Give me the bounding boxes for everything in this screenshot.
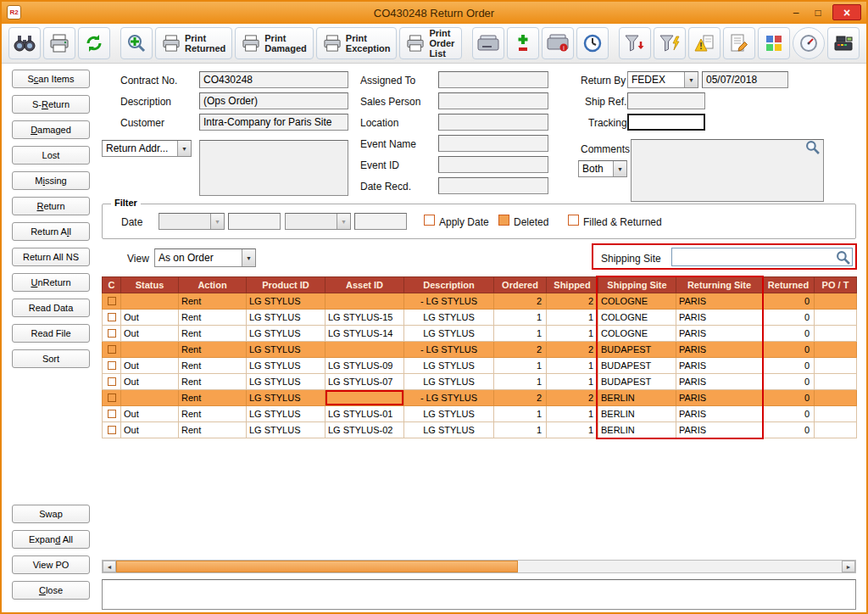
row-checkbox[interactable] — [108, 394, 116, 402]
chevron-down-icon[interactable]: ▼ — [613, 161, 626, 176]
cell-product-id[interactable]: LG STYLUS — [247, 293, 326, 310]
print-order-list-button[interactable]: PrintOrder List — [399, 27, 462, 59]
column-header-shipped[interactable]: Shipped — [547, 277, 598, 293]
cell-description[interactable]: - LG STYLUS — [404, 390, 494, 406]
cell-returning-site[interactable]: PARIS — [676, 374, 763, 390]
cell-c[interactable] — [103, 342, 121, 358]
cell-ordered[interactable]: 1 — [494, 310, 547, 326]
cell-po-t[interactable] — [815, 310, 857, 326]
sidebar-button-unreturn[interactable]: UnReturn — [12, 273, 90, 292]
sidebar-button-damaged[interactable]: Damaged — [12, 120, 90, 139]
filter-date-from-field[interactable] — [228, 213, 281, 230]
cell-shipping-site[interactable]: BERLIN — [598, 406, 676, 422]
sidebar-button-view-po[interactable]: View PO — [12, 555, 90, 574]
cell-action[interactable]: Rent — [179, 358, 247, 374]
cell-ordered[interactable]: 1 — [494, 374, 547, 390]
filter-flash-button[interactable] — [654, 27, 686, 59]
cell-product-id[interactable]: LG STYLUS — [247, 390, 326, 406]
cell-returned[interactable]: 0 — [763, 422, 815, 438]
cell-asset-id[interactable]: LG STYLUS-15 — [326, 310, 404, 326]
sidebar-button-sort[interactable]: Sort — [12, 349, 90, 368]
cell-ordered[interactable]: 1 — [494, 326, 547, 342]
contract-no-field[interactable]: CO430248 — [199, 71, 348, 88]
notes-button[interactable] — [723, 27, 755, 59]
cell-shipping-site[interactable]: COLOGNE — [598, 293, 676, 310]
row-checkbox[interactable] — [108, 297, 116, 305]
cell-ordered[interactable]: 2 — [494, 390, 547, 406]
cell-po-t[interactable] — [815, 326, 857, 342]
cell-shipping-site[interactable]: BUDAPEST — [598, 342, 676, 358]
cell-shipping-site[interactable]: BERLIN — [598, 422, 676, 438]
row-checkbox[interactable] — [108, 313, 116, 321]
cell-returned[interactable]: 0 — [763, 406, 815, 422]
horizontal-scrollbar[interactable]: ◄ ► — [102, 560, 856, 573]
cell-returning-site[interactable]: PARIS — [676, 342, 763, 358]
sidebar-button-expand-all[interactable]: Expand All — [12, 530, 90, 549]
cell-status[interactable] — [121, 342, 179, 358]
close-button[interactable]: × — [832, 4, 861, 20]
cell-shipping-site[interactable]: COLOGNE — [598, 326, 676, 342]
description-field[interactable]: (Ops Order) — [199, 92, 348, 109]
cell-asset-id[interactable]: LG STYLUS-14 — [326, 326, 404, 342]
event-id-field[interactable] — [438, 156, 548, 173]
export-alert-button[interactable]: ! — [688, 27, 721, 59]
cell-c[interactable] — [103, 310, 121, 326]
cell-action[interactable]: Rent — [179, 293, 247, 310]
cell-description[interactable]: LG STYLUS — [404, 310, 494, 326]
chevron-down-icon[interactable]: ▼ — [242, 249, 255, 266]
cell-shipped[interactable]: 1 — [547, 358, 598, 374]
cell-status[interactable]: Out — [121, 422, 179, 438]
table-row[interactable]: OutRentLG STYLUSLG STYLUS-09LG STYLUS11B… — [103, 358, 857, 374]
return-by-dropdown[interactable]: FEDEX ▼ — [627, 71, 698, 88]
cell-returned[interactable]: 0 — [763, 358, 815, 374]
cell-action[interactable]: Rent — [179, 326, 247, 342]
view-dropdown[interactable]: As on Order ▼ — [154, 248, 256, 267]
card-device-button[interactable] — [472, 27, 504, 59]
column-header-status[interactable]: Status — [121, 277, 179, 293]
add-remove-button[interactable] — [507, 27, 539, 59]
cell-asset-id[interactable]: LG STYLUS-07 — [326, 374, 404, 390]
cell-c[interactable] — [103, 374, 121, 390]
sidebar-button-lost[interactable]: Lost — [12, 146, 90, 165]
table-row[interactable]: RentLG STYLUS- LG STYLUS22COLOGNEPARIS0 — [103, 293, 857, 310]
cell-shipping-site[interactable]: BUDAPEST — [598, 374, 676, 390]
chevron-down-icon[interactable]: ▼ — [684, 72, 698, 87]
cell-asset-id[interactable] — [326, 293, 404, 310]
comments-mode-dropdown[interactable]: Both ▼ — [578, 160, 627, 177]
filter-date-from-dropdown[interactable]: ▼ — [159, 213, 225, 230]
layout-colors-button[interactable] — [758, 27, 790, 59]
scroll-left-button[interactable]: ◄ — [103, 561, 116, 572]
location-field[interactable] — [438, 114, 548, 131]
cell-description[interactable]: LG STYLUS — [404, 406, 494, 422]
cell-ordered[interactable]: 2 — [494, 293, 547, 310]
maximize-button[interactable]: □ — [807, 4, 829, 20]
cell-shipped[interactable]: 1 — [547, 310, 598, 326]
cell-status[interactable]: Out — [121, 406, 179, 422]
print-exception-button[interactable]: PrintException — [316, 27, 398, 59]
cell-product-id[interactable]: LG STYLUS — [247, 342, 326, 358]
column-header-asset-id[interactable]: Asset ID — [326, 277, 404, 293]
history-time-button[interactable] — [576, 27, 609, 59]
cell-description[interactable]: LG STYLUS — [404, 422, 494, 438]
cell-returned[interactable]: 0 — [763, 374, 815, 390]
return-addr-textarea[interactable] — [199, 140, 348, 196]
return-date-field[interactable]: 05/07/2018 — [702, 71, 788, 88]
cell-returning-site[interactable]: PARIS — [676, 326, 763, 342]
cell-product-id[interactable]: LG STYLUS — [247, 326, 326, 342]
cell-shipping-site[interactable]: BERLIN — [598, 390, 676, 406]
cell-action[interactable]: Rent — [179, 342, 247, 358]
cell-returned[interactable]: 0 — [763, 342, 815, 358]
print-damaged-button[interactable]: PrintDamaged — [235, 27, 314, 59]
row-checkbox[interactable] — [108, 426, 116, 434]
cell-status[interactable]: Out — [121, 310, 179, 326]
sidebar-button-s-return[interactable]: S-Return — [12, 95, 90, 114]
cell-c[interactable] — [103, 390, 121, 406]
view-items-button[interactable] — [8, 27, 41, 59]
cell-ordered[interactable]: 1 — [494, 406, 547, 422]
cell-shipped[interactable]: 2 — [547, 342, 598, 358]
row-checkbox[interactable] — [108, 345, 116, 354]
cell-returning-site[interactable]: PARIS — [676, 293, 763, 310]
table-row[interactable]: RentLG STYLUS- LG STYLUS22BERLINPARIS0 — [103, 390, 857, 406]
cell-action[interactable]: Rent — [179, 390, 247, 406]
cell-action[interactable]: Rent — [179, 406, 247, 422]
